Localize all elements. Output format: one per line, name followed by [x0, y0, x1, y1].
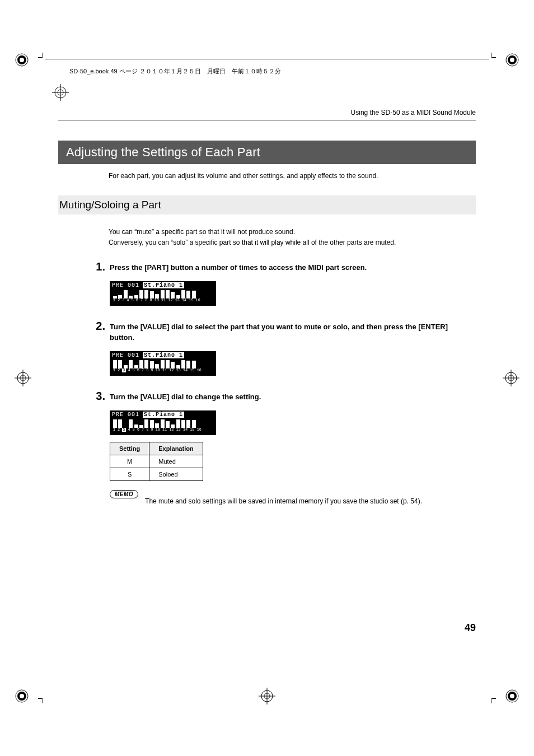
- table-row: S Soloed: [110, 468, 203, 480]
- table-cell-setting: S: [110, 468, 149, 480]
- main-heading: Adjusting the Settings of Each Part: [58, 141, 476, 164]
- lcd-patch-name: St.Piano 1: [143, 282, 184, 288]
- memo-badge: MEMO: [110, 490, 138, 498]
- header-rule: [58, 120, 476, 120]
- step-number: 2.: [87, 320, 105, 332]
- step-3: 3. Turn the [VALUE] dial to change the s…: [58, 390, 476, 403]
- book-meta-text: SD-50_e.book 49 ページ ２０１０年１月２５日 月曜日 午前１０時…: [69, 67, 281, 76]
- lcd-screenshot-3: PRE 001 St.Piano 1 1 2 S 4 5 6 7 8 9 10 …: [110, 410, 216, 435]
- step-text: Turn the [VALUE] dial to change the sett…: [110, 392, 261, 403]
- description-block: You can “mute” a specific part so that i…: [109, 227, 476, 248]
- binder-ring-icon: [504, 688, 521, 704]
- registration-mark-icon: [52, 84, 69, 101]
- lcd-screenshot-1: PRE 001 St.Piano 1 1 2 3 4 5 6 7 8 9 10 …: [110, 281, 216, 306]
- table-header-explanation: Explanation: [149, 442, 203, 455]
- crop-tick: [491, 699, 491, 703]
- crop-tick: [38, 698, 43, 699]
- crop-tick: [38, 57, 43, 58]
- step-1: 1. Press the [PART] button a number of t…: [58, 261, 476, 273]
- step-2: 2. Turn the [VALUE] dial to select the p…: [58, 320, 476, 343]
- step-number: 1.: [87, 261, 105, 272]
- lcd-patch-name: St.Piano 1: [143, 412, 184, 418]
- binder-ring-icon: [13, 52, 30, 68]
- description-line: Conversely, you can “solo” a specific pa…: [109, 237, 476, 248]
- lcd-preset: PRE 001: [112, 412, 139, 418]
- table-cell-explanation: Muted: [149, 455, 203, 468]
- table-row: M Muted: [110, 455, 203, 468]
- binder-ring-icon: [504, 52, 521, 68]
- registration-mark-icon: [503, 370, 519, 386]
- lcd-preset: PRE 001: [112, 352, 139, 358]
- memo-block: MEMO The mute and solo settings will be …: [110, 491, 476, 505]
- description-line: You can “mute” a specific part so that i…: [109, 227, 476, 237]
- step-number: 3.: [87, 390, 105, 402]
- lcd-bars: [112, 419, 214, 428]
- svg-point-1: [18, 57, 25, 63]
- lcd-track-numbers: 1 2 3 4 5 6 7 8 9 10 11 12 13 14 15 16: [112, 368, 214, 372]
- step-text: Turn the [VALUE] dial to select the part…: [110, 322, 468, 343]
- table-cell-setting: M: [110, 455, 149, 468]
- sub-heading: Muting/Soloing a Part: [58, 195, 476, 214]
- registration-mark-icon: [259, 688, 275, 704]
- intro-text: For each part, you can adjust its volume…: [109, 172, 476, 180]
- crop-tick: [491, 698, 496, 699]
- page-number: 49: [465, 622, 476, 634]
- lcd-screenshot-2: PRE 001 St.Piano 1 1 2 3 4 5 6 7 8 9 10 …: [110, 351, 216, 376]
- svg-point-3: [509, 57, 516, 63]
- lcd-track-numbers: 1 2 3 4 5 6 7 8 9 10 11 12 13 14 15 16: [112, 298, 214, 302]
- registration-mark-icon: [15, 370, 31, 386]
- svg-point-5: [18, 693, 25, 699]
- memo-text: The mute and solo settings will be saved…: [145, 497, 422, 505]
- svg-point-7: [509, 693, 516, 699]
- crop-tick: [43, 53, 43, 57]
- table-header-setting: Setting: [110, 442, 149, 455]
- crop-tick: [43, 699, 43, 703]
- table-cell-explanation: Soloed: [149, 468, 203, 480]
- lcd-track-numbers: 1 2 S 4 5 6 7 8 9 10 11 12 13 14 15 16: [112, 428, 214, 432]
- settings-table: Setting Explanation M Muted S Soloed: [110, 442, 203, 481]
- table-header-row: Setting Explanation: [110, 442, 203, 455]
- lcd-bars: [112, 360, 214, 368]
- page-content: Using the SD-50 as a MIDI Sound Module A…: [58, 109, 476, 634]
- crop-tick: [491, 57, 496, 58]
- lcd-patch-name: St.Piano 1: [143, 352, 184, 358]
- lcd-bars: [112, 290, 214, 298]
- running-header: Using the SD-50 as a MIDI Sound Module: [58, 109, 476, 116]
- crop-tick: [491, 53, 491, 57]
- lcd-preset: PRE 001: [112, 282, 139, 288]
- step-text: Press the [PART] button a number of time…: [110, 263, 367, 273]
- binder-ring-icon: [13, 688, 30, 704]
